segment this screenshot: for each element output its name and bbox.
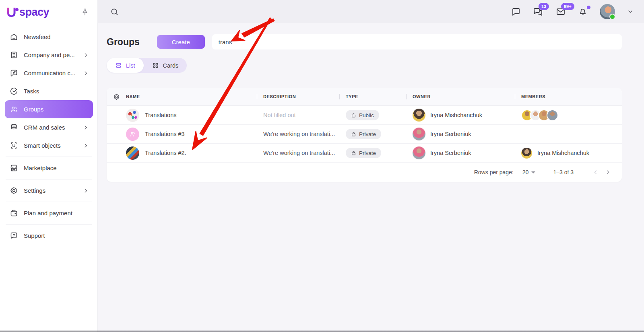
logo-letter: U	[6, 5, 16, 19]
uspacy-logo[interactable]: U spacy	[6, 5, 49, 19]
sidebar-item-label: Marketplace	[24, 165, 57, 171]
check-circle-icon	[9, 87, 18, 96]
tab-list-view[interactable]: List	[107, 58, 144, 73]
table-row-translations[interactable]: Translations Not filled out Public Iryna…	[107, 106, 622, 125]
sidebar-item-label: Settings	[24, 187, 45, 194]
divider	[6, 202, 92, 202]
chevron-right-icon	[83, 143, 89, 148]
logo-dot	[15, 8, 19, 11]
wallet-icon	[9, 209, 18, 218]
column-header-description[interactable]: DESCRIPTION	[257, 94, 339, 99]
sidebar-item-settings[interactable]: Settings	[5, 181, 93, 200]
rows-per-page-select[interactable]: 20	[522, 169, 536, 175]
sidebar-item-label: CRM and sales	[24, 124, 65, 131]
column-header-name[interactable]: NAME	[126, 94, 257, 99]
tab-label: Cards	[163, 62, 179, 69]
owner-name[interactable]: Iryna Mishchanchuk	[430, 112, 482, 118]
column-header-owner[interactable]: OWNER	[406, 94, 515, 99]
column-header-type[interactable]: TYPE	[339, 94, 406, 99]
table-row-translations-3[interactable]: Translations #3 We're working on transla…	[107, 125, 622, 144]
owner-name[interactable]: Iryna Serbeniuk	[430, 150, 471, 156]
smart-object-icon	[9, 141, 18, 150]
sidebar: U spacy Newsfeed Company and pe... Commu…	[0, 0, 98, 332]
divider	[6, 224, 92, 225]
rows-per-page-label: Rows per page:	[474, 169, 514, 175]
caret-down-icon	[531, 171, 535, 173]
sidebar-item-label: Smart objects	[24, 142, 61, 149]
column-header-members[interactable]: MEMBERS	[515, 94, 622, 99]
database-icon	[9, 123, 18, 132]
sidebar-item-label: Plan and payment	[24, 210, 72, 217]
group-avatar	[126, 146, 139, 160]
sidebar-item-tasks[interactable]: Tasks	[5, 82, 93, 100]
chevron-right-icon	[83, 52, 89, 58]
chats-icon[interactable]: 13	[533, 7, 543, 16]
sidebar-item-groups[interactable]: Groups	[5, 100, 93, 118]
sidebar-item-crm[interactable]: CRM and sales	[5, 118, 93, 136]
user-avatar[interactable]	[600, 4, 615, 19]
list-icon	[115, 62, 122, 69]
cards-icon	[152, 62, 159, 69]
previous-page-button[interactable]	[590, 166, 602, 178]
table-header: NAME DESCRIPTION TYPE OWNER MEMBERS	[107, 88, 622, 106]
chevron-right-icon	[83, 125, 89, 130]
group-name[interactable]: Translations #3	[145, 131, 185, 137]
sidebar-item-communication[interactable]: Communication c...	[5, 64, 93, 82]
chat-pen-icon	[9, 69, 18, 78]
owner-name[interactable]: Iryna Serbeniuk	[430, 131, 471, 137]
search-icon[interactable]	[110, 7, 119, 16]
sidebar-item-support[interactable]: Support	[5, 227, 93, 245]
member-name[interactable]: Iryna Mishchanchuk	[537, 150, 589, 156]
type-badge-private: Private	[346, 129, 381, 139]
chevron-down-icon[interactable]	[627, 8, 634, 15]
group-search-input[interactable]	[212, 34, 622, 49]
sidebar-item-plan-payment[interactable]: Plan and payment	[5, 204, 93, 222]
pushpin-icon[interactable]	[81, 8, 89, 16]
next-page-button[interactable]	[602, 166, 614, 178]
sidebar-nav: Newsfeed Company and pe... Communication…	[0, 22, 98, 245]
member-avatar[interactable]	[521, 148, 532, 159]
people-icon	[9, 105, 18, 114]
lock-closed-icon	[351, 132, 356, 137]
table-pagination: Rows per page: 20 1–3 of 3	[107, 163, 622, 182]
mail-icon[interactable]: 99+	[555, 7, 566, 16]
tab-cards-view[interactable]: Cards	[144, 58, 187, 73]
sidebar-item-company[interactable]: Company and pe...	[5, 46, 93, 64]
sidebar-item-label: Communication c...	[24, 70, 75, 76]
lock-open-icon	[351, 113, 356, 118]
building-icon	[9, 51, 18, 60]
lock-closed-icon	[351, 151, 356, 156]
mail-badge: 99+	[561, 3, 574, 10]
sidebar-item-smart-objects[interactable]: Smart objects	[5, 136, 93, 155]
gear-icon	[9, 186, 18, 195]
home-icon	[9, 33, 18, 41]
sidebar-item-marketplace[interactable]: Marketplace	[5, 159, 93, 177]
chevron-right-icon	[83, 188, 89, 194]
chats-badge: 13	[539, 3, 549, 10]
sidebar-item-newsfeed[interactable]: Newsfeed	[5, 28, 93, 46]
sidebar-item-label: Tasks	[24, 88, 39, 95]
sidebar-item-label: Company and pe...	[24, 52, 75, 58]
divider	[6, 179, 92, 179]
group-name[interactable]: Translations	[145, 112, 176, 118]
table-row-translations-2[interactable]: Translations #2. We're working on transl…	[107, 144, 622, 163]
group-name[interactable]: Translations #2.	[145, 150, 186, 156]
store-icon	[9, 164, 18, 173]
column-settings-gear-icon[interactable]	[107, 93, 126, 101]
group-description: We're working on translati...	[257, 131, 339, 137]
bell-icon[interactable]	[578, 7, 588, 16]
sidebar-item-label: Groups	[24, 106, 43, 113]
group-description: Not filled out	[257, 112, 339, 118]
topbar: 13 99+	[98, 0, 644, 23]
pagination-range: 1–3 of 3	[553, 169, 574, 175]
sidebar-item-label: Support	[24, 232, 45, 239]
member-avatar[interactable]	[547, 109, 558, 121]
view-toggle: List Cards	[107, 58, 187, 73]
page-title: Groups	[107, 37, 140, 47]
comment-icon[interactable]	[511, 7, 521, 16]
main-content: Groups Create List Cards NAME DESCRIPTIO…	[98, 23, 644, 332]
group-description: We're working on translati...	[257, 150, 339, 156]
divider	[6, 157, 92, 157]
create-button[interactable]: Create	[157, 35, 205, 49]
group-avatar	[126, 128, 139, 141]
